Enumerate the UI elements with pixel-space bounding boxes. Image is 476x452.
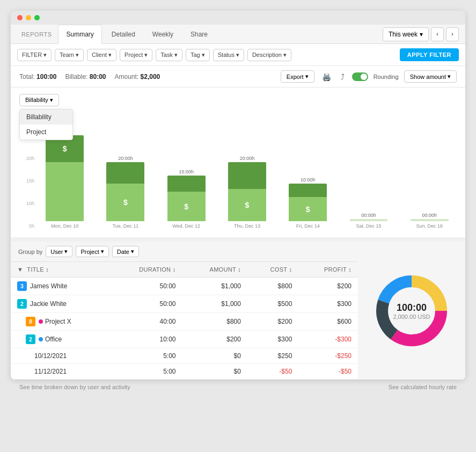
task-chevron-icon: ▾ — [174, 52, 178, 59]
time-range-label: This week — [389, 31, 418, 38]
donut-wrapper: 100:00 2,000.00 USD — [358, 242, 465, 380]
cell-title: 3James White — [11, 278, 109, 295]
dropdown-item-billability[interactable]: Billability — [20, 110, 72, 125]
cell-title: 8Project X — [11, 313, 109, 331]
cell-duration: 5:00 — [109, 364, 182, 380]
tab-share[interactable]: Share — [183, 25, 215, 43]
amount-label: Amount: — [114, 73, 138, 81]
cell-profit: -$300 — [298, 331, 358, 348]
cell-profit: -$50 — [298, 364, 358, 380]
bar-thu-x-label: Thu, Dec 13 — [234, 223, 260, 229]
table-row[interactable]: 11/12/20215:00$0-$50-$50 — [11, 364, 358, 380]
row-num: 8 — [26, 317, 35, 326]
col-amount: AMOUNT ↕ — [182, 262, 247, 278]
group-date-button[interactable]: Date ▾ — [112, 246, 139, 257]
bar-wed-wrap: $ — [159, 176, 214, 221]
description-label: Description — [252, 52, 282, 58]
table-toolbar: Group by User ▾ Project ▾ Date ▾ — [11, 242, 358, 262]
group-date-chevron-icon: ▾ — [131, 248, 134, 255]
y-label-15h: 15h — [19, 178, 34, 184]
table-row[interactable]: 8Project X40:00$800$200$600 — [11, 313, 358, 331]
table-header-row: ▼ TITLE ↕ DURATION ↕ AMOUNT ↕ — [11, 262, 358, 278]
show-amount-button[interactable]: Show amount ▾ — [404, 70, 457, 83]
bar-fri-wrap: $ — [281, 184, 335, 221]
tab-summary[interactable]: Summary — [58, 25, 101, 44]
billable-stat: Billable: 80:00 — [65, 73, 106, 81]
export-button[interactable]: Export ▾ — [281, 70, 314, 83]
bar-sat-top-label: 00:00h — [361, 213, 376, 218]
bar-tue: 20:00h $ Tue, Dec 11 — [98, 156, 152, 229]
cell-duration: 10:00 — [109, 331, 182, 348]
maximize-dot[interactable] — [34, 15, 40, 20]
group-user-button[interactable]: User ▾ — [46, 246, 72, 257]
table-row[interactable]: 2Office10:00$200$300-$300 — [11, 331, 358, 348]
data-table: ▼ TITLE ↕ DURATION ↕ AMOUNT ↕ — [11, 262, 358, 380]
share-button[interactable]: ⤴ — [339, 71, 347, 82]
color-dot — [39, 337, 43, 341]
bar-fri-x-label: Fri, Dec 14 — [296, 223, 320, 229]
sort-cost-icon[interactable]: ↕ — [289, 266, 292, 273]
project-label: Project — [125, 52, 143, 58]
cell-profit: $600 — [298, 313, 358, 331]
close-dot[interactable] — [17, 15, 23, 20]
minimize-dot[interactable] — [26, 15, 31, 20]
table-row[interactable]: 2Jackie White50:00$1,000$500$300 — [11, 295, 358, 313]
row-name: Office — [45, 336, 62, 343]
filter-row: FILTER ▾ Team ▾ Client ▾ Project ▾ Task … — [11, 44, 465, 66]
sort-profit-icon[interactable]: ↕ — [348, 266, 351, 273]
filter-description[interactable]: Description ▾ — [247, 49, 291, 61]
total-label: Total: — [19, 73, 35, 81]
filter-button[interactable]: FILTER ▾ — [17, 49, 52, 61]
filter-team[interactable]: Team ▾ — [55, 49, 84, 61]
group-project-button[interactable]: Project ▾ — [76, 246, 108, 257]
time-range-button[interactable]: This week ▾ — [383, 27, 429, 41]
bar-wed-dark — [167, 176, 206, 192]
next-period-button[interactable]: › — [446, 27, 459, 41]
status-label: Status — [218, 52, 235, 58]
sort-duration-icon[interactable]: ↕ — [173, 266, 176, 273]
filter-task[interactable]: Task ▾ — [156, 49, 182, 61]
table-row[interactable]: 3James White50:00$1,000$800$200 — [11, 278, 358, 295]
bar-sat: 00:00h Sat, Dec 15 — [341, 213, 396, 229]
lower-section: Group by User ▾ Project ▾ Date ▾ — [11, 242, 465, 380]
bar-sun-top-label: 00:00h — [422, 213, 437, 218]
filter-client[interactable]: Client ▾ — [87, 49, 116, 61]
cell-title: 11/12/2021 — [11, 364, 109, 380]
filter-tag[interactable]: Tag ▾ — [186, 49, 210, 61]
dropdown-item-project[interactable]: Project — [20, 125, 72, 140]
billable-value: 80:00 — [90, 73, 106, 81]
row-name: Jackie White — [30, 300, 67, 308]
status-chevron-icon: ▾ — [236, 52, 239, 59]
bar-mon-light — [46, 162, 84, 221]
bar-sun-dark — [411, 219, 449, 221]
bar-mon-x-label: Mon, Dec 10 — [51, 223, 78, 229]
cell-title: 2Jackie White — [11, 295, 109, 313]
filter-status[interactable]: Status ▾ — [213, 49, 244, 61]
bar-tue-top-label: 20:00h — [118, 156, 133, 161]
table-row[interactable]: 10/12/20215:00$0$250-$250 — [11, 348, 358, 364]
description-chevron-icon: ▾ — [283, 52, 287, 59]
tab-detailed[interactable]: Detailed — [104, 25, 143, 43]
filter-project[interactable]: Project ▾ — [120, 49, 152, 61]
total-value: 100:00 — [36, 73, 56, 81]
apply-filter-button[interactable]: APPLY FILTER — [400, 48, 459, 61]
chart-area: Billability ▾ Billability Project 5h 10h… — [11, 88, 465, 237]
billability-button[interactable]: Billability ▾ — [19, 94, 59, 106]
expand-icon[interactable]: ▼ — [17, 266, 23, 273]
print-button[interactable]: 🖨️ — [320, 71, 333, 82]
sort-title-icon[interactable]: ↕ — [46, 266, 49, 273]
bar-wed-x-label: Wed, Dec 12 — [172, 223, 200, 229]
summary-bar: Total: 100:00 Billable: 80:00 Amount: $2… — [11, 66, 465, 88]
tab-weekly[interactable]: Weekly — [145, 25, 181, 43]
billability-chevron-icon: ▾ — [50, 97, 53, 103]
sort-amount-icon[interactable]: ↕ — [238, 266, 241, 273]
bar-sat-x-label: Sat, Dec 15 — [356, 223, 382, 229]
annotation-right: See calculated hourly rate — [389, 384, 457, 390]
bar-chart: 5h 10h 15h 20h 25h 30h $ — [19, 111, 457, 229]
tabs-row: REPORTS Summary Detailed Weekly Share Th… — [11, 25, 465, 44]
prev-period-button[interactable]: ‹ — [431, 27, 444, 41]
team-chevron-icon: ▾ — [76, 52, 79, 59]
amount-stat: Amount: $2,000 — [114, 73, 160, 81]
rounding-toggle[interactable] — [352, 72, 368, 81]
donut-amount: 2,000.00 USD — [393, 313, 430, 319]
